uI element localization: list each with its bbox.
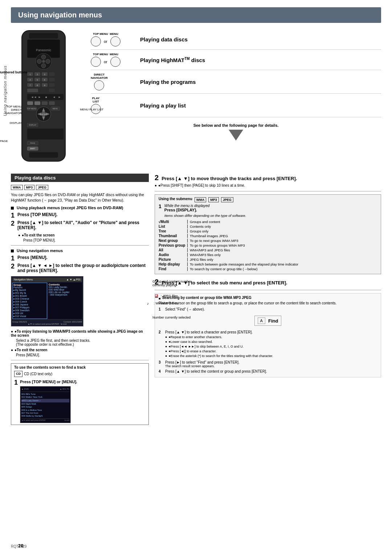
nav-buttons-4: PLAYLIST <box>91 97 134 114</box>
svg-text:►: ► <box>38 96 41 99</box>
searching-header: ■ Searching by content or group title WM… <box>159 296 377 301</box>
to-exit-playback: ●To exit the screen Press [TOP MENU]. <box>18 233 149 242</box>
search-step3-text: Press [►] to select "Find" and press [EN… <box>165 360 240 364</box>
search-note-2: ●Lower case is also searched. <box>165 340 273 344</box>
nav-screen: Navigation Menu ▲ ▼ ☁ P01 Group Perform … <box>11 276 83 327</box>
nav-text-programs: Playing the programs <box>140 79 196 85</box>
menu-item-list: List Contents only <box>159 224 377 228</box>
prev-group-desc: To go to previous groups WMA MP3 <box>190 243 377 247</box>
direct-nav-btn[interactable] <box>94 80 104 90</box>
step-2: 2 Press [▲ ▼] to select "All", "Audio" o… <box>11 220 149 231</box>
svg-rect-61 <box>29 152 58 158</box>
format-badges: WMA MP3 JPEG <box>11 185 149 190</box>
prev-group-name: Previous group <box>159 243 188 247</box>
svg-text:◄: ◄ <box>53 96 56 99</box>
submenu-badge-wma: WMA <box>195 197 207 202</box>
audio-name: Audio <box>159 253 188 257</box>
svg-rect-31 <box>27 89 38 92</box>
nav-buttons-2: TOP MENU MENU or <box>91 53 134 67</box>
left-column: Playing data discs WMA MP3 JPEG You can … <box>11 174 149 427</box>
step-num-1: 1 <box>11 212 15 219</box>
thumbnail-name: Thumbnail <box>159 234 188 238</box>
jpeg-annotation: 🎴 : JPEG files <box>154 294 178 298</box>
svg-text:DISPLAY: DISPLAY <box>29 124 37 126</box>
svg-point-5 <box>41 55 46 59</box>
search-step1-text: Select "Find" (→ above). <box>165 307 205 311</box>
to-exit-nav-text: Press [MENU]. <box>16 353 149 357</box>
menu-btn[interactable] <box>110 36 121 46</box>
submenu-step-1: 1 While the menu is displayed Press [DIS… <box>159 204 377 218</box>
svg-text:TOP MENU: TOP MENU <box>27 108 37 110</box>
search-step3-content: Press [►] to select "Find" and press [EN… <box>165 360 240 368</box>
svg-point-8 <box>37 59 41 64</box>
searching-section: ■ Searching by content or group title WM… <box>155 293 381 377</box>
nav-screen-area: Navigation Menu ▲ ▼ ☁ P01 Group Perform … <box>11 276 149 327</box>
enjoy-wma-note: (The opposite order is not effective.) <box>16 343 149 347</box>
svg-text:■: ■ <box>45 96 47 99</box>
to-exit-label: ●To exit the screen <box>18 233 149 237</box>
svg-rect-17 <box>49 78 55 81</box>
enjoy-wma: ●To enjoy listening to WMA/MP3 contents … <box>11 329 149 347</box>
badge-wma: WMA <box>11 185 23 190</box>
svg-point-7 <box>41 64 46 68</box>
search-note-5: ●Erase the asterisk (*) to search for th… <box>165 354 273 358</box>
nav-text-data-discs: Playing data discs <box>140 36 188 42</box>
nav-text-highmat: Playing HighMATTM discs <box>140 57 205 63</box>
badge-mp3: MP3 <box>24 185 35 190</box>
top-menu-btn[interactable] <box>91 36 101 46</box>
find-desc: To search by content or group title (→be… <box>190 267 377 271</box>
menu-play-list-label: MENU PLAY LIST <box>80 108 103 111</box>
menu-item-tree: Tree Groups only <box>159 229 377 233</box>
right-step-2-header: 2 Press [▲ ▼] to move through the tracks… <box>155 174 381 182</box>
submenu-step-num: 1 <box>159 204 162 209</box>
svg-text:🎴: 🎴 <box>154 294 159 298</box>
list-name: List <box>159 224 188 228</box>
top-section: Panasonic 1 <box>11 29 381 168</box>
nav-row-data-discs: TOP MENU MENU or Playing data discs <box>91 32 381 50</box>
note-step-content: Press [TOP MENU] or [MENU]. ▲ DVD ▲ 001 … <box>20 379 77 423</box>
nav-step-2: 2 Press [▲ ▼ ◄ ►] to select the group or… <box>11 263 149 274</box>
contents-screen: ▲ DVD ▲ 001 P1 001 Bill's Tune 002 Walki… <box>20 386 71 423</box>
help-display-name: Help display <box>159 262 188 266</box>
page-title: Using navigation menus <box>11 7 381 23</box>
note-step-1: 1 Press [TOP MENU] or [MENU]. ▲ DVD ▲ 00… <box>14 379 146 423</box>
search-step3-note: The search result screen appears. <box>165 364 240 368</box>
page-label: PAGE <box>0 139 8 143</box>
svg-rect-1 <box>29 33 58 39</box>
cd-badge: CD <box>14 371 23 377</box>
svg-text:ENTER: ENTER <box>41 113 47 116</box>
svg-rect-56 <box>27 129 64 139</box>
contents-note-box: To use the contents screen to find a tra… <box>11 363 149 425</box>
numbered-buttons-label: Numbered buttons <box>0 70 27 74</box>
contents-note-title: To use the contents screen to find a tra… <box>14 365 146 370</box>
enjoy-wma-text: Select a JPEG file first, and then selec… <box>16 339 149 343</box>
find-label: Find <box>268 318 278 324</box>
menu-item-multi: √Multi Groups and content <box>159 220 377 224</box>
menu-item-prev-group: Previous group To go to previous groups … <box>159 243 377 247</box>
svg-rect-40 <box>34 101 40 105</box>
picture-desc: JPEG files only <box>190 258 377 262</box>
list-desc: Contents only <box>190 224 377 228</box>
menu-btn-2[interactable] <box>110 57 121 67</box>
submenu-box: Using the submenu WMA MP3 JPEG 1 While t… <box>155 194 381 274</box>
menu-item-find: Find To search by content or group title… <box>159 267 377 271</box>
search-note-3: ●Press [◄◄ ►►] to skip between A, E, I, … <box>165 345 273 348</box>
wma-mp3-annotation: ♪ : WMA/MP3 files <box>147 301 178 305</box>
see-below-text: See below and the following page for det… <box>91 123 381 127</box>
top-menu-btn-2[interactable] <box>91 57 101 67</box>
using-playback-menus: Using playback menus (except JPEG files … <box>11 206 149 210</box>
submenu-title: Using the submenu <box>159 197 192 201</box>
step1-text: Press [TOP MENU]. <box>17 212 149 217</box>
find-name: Find <box>159 267 188 271</box>
svg-text:Panasonic: Panasonic <box>36 48 52 52</box>
note-step-num: 1 <box>14 379 18 386</box>
search-step-num-1: 1 <box>159 307 163 311</box>
tree-name: Tree <box>159 229 188 233</box>
search-step-num-4: 4 <box>159 369 163 373</box>
submenu-badge-jpeg: JPEG <box>221 197 233 202</box>
next-group-desc: To go to next groups WMA MP3 <box>190 239 377 243</box>
thumbnail-desc: Thumbnail images JPEG <box>190 234 377 238</box>
search-step-num-2: 2 <box>159 330 163 359</box>
menu-item-next-group: Next group To go to next groups WMA MP3 <box>159 239 377 243</box>
right-step-2: 2 Press [▲ ▼] to move through the tracks… <box>155 174 381 187</box>
